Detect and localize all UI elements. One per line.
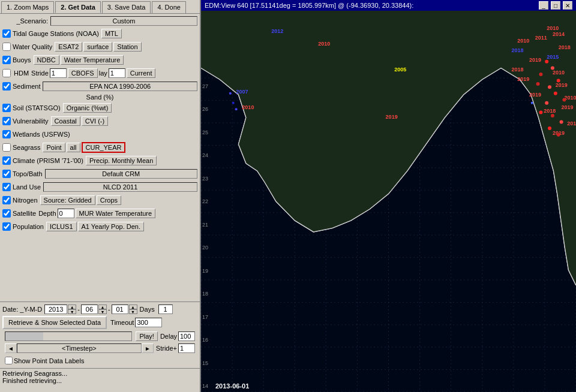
date-row: Date: _Y-M-D ▲ ▼ - ▲ ▼ - ▲ ▼ Days — [2, 304, 197, 314]
checkbox-buoys[interactable] — [2, 56, 11, 64]
label-tidal-gauge: Tidal Gauge Stations (NOAA) — [13, 30, 99, 37]
label-population: Population — [13, 223, 44, 230]
date-day-input[interactable] — [112, 304, 128, 314]
btn-station[interactable]: Station — [113, 42, 141, 52]
btn-crops[interactable]: Crops — [97, 195, 121, 205]
landuse-field: NLCD 2011 — [43, 182, 197, 192]
hdm-lay-label: lay — [99, 70, 107, 77]
tab-get-data[interactable]: 2. Get Data — [55, 1, 100, 13]
map-area[interactable]: 2013-06-01 — [201, 11, 576, 392]
map-canvas[interactable] — [201, 11, 576, 392]
tab-done[interactable]: 4. Done — [152, 1, 186, 13]
day-down-btn[interactable]: ▼ — [129, 309, 137, 314]
btn-mtl[interactable]: MTL — [101, 29, 122, 38]
month-spinner: ▲ ▼ — [98, 304, 107, 314]
row-soil: Soil (STATSGO) Organic (%wt) — [2, 102, 197, 114]
days-input[interactable] — [158, 304, 173, 314]
row-seagrass: Seagrass Point all CUR_YEAR — [2, 141, 197, 153]
checkbox-population[interactable] — [2, 222, 11, 231]
show-point-label: Show Point Data Labels — [14, 357, 84, 364]
month-up-btn[interactable]: ▲ — [98, 304, 107, 309]
tab-zoom-maps[interactable]: 1. Zoom Maps — [1, 1, 54, 13]
retrieve-row: Retrieve & Show Selected Data Timeout — [2, 316, 197, 329]
checkbox-water-quality[interactable] — [2, 43, 11, 51]
year-down-btn[interactable]: ▼ — [68, 309, 76, 314]
left-panel: 1. Zoom Maps 2. Get Data 3. Save Data 4.… — [0, 0, 201, 392]
checkbox-seagrass[interactable] — [2, 143, 11, 152]
btn-precip[interactable]: Precip. Monthly Mean — [86, 156, 157, 165]
date-section: Date: _Y-M-D ▲ ▼ - ▲ ▼ - ▲ ▼ Days Retrie… — [0, 301, 200, 368]
row-tidal-gauge: Tidal Gauge Stations (NOAA) MTL — [2, 28, 197, 40]
status-bar: Retrieving Seagrass... Finished retrievi… — [0, 368, 200, 392]
checkbox-topobath[interactable] — [2, 170, 11, 178]
days-label: Days — [140, 306, 155, 313]
btn-esat2[interactable]: ESAT2 — [55, 42, 82, 52]
timeout-input[interactable] — [135, 318, 162, 327]
month-down-btn[interactable]: ▼ — [98, 309, 107, 314]
next-timestep-btn[interactable]: ► — [142, 343, 154, 353]
label-soil: Soil (STATSGO) — [13, 104, 61, 111]
checkbox-landuse[interactable] — [2, 183, 11, 191]
satellite-depth-input[interactable] — [58, 209, 74, 218]
timestep-section: ◄ <Timestep> ► Stride+ — [2, 342, 197, 354]
btn-water-temp[interactable]: Water Temperature — [61, 55, 124, 65]
show-point-checkbox[interactable] — [5, 357, 13, 364]
retrieve-btn[interactable]: Retrieve & Show Selected Data — [2, 316, 107, 329]
map-title: EDM:View 640 [17.51141deg = 1805.997km] … — [205, 2, 413, 9]
hdm-lay-input[interactable] — [109, 68, 125, 78]
right-panel: EDM:View 640 [17.51141deg = 1805.997km] … — [201, 0, 576, 392]
date-month-input[interactable] — [81, 304, 98, 314]
btn-all[interactable]: all — [67, 143, 80, 152]
prev-timestep-btn[interactable]: ◄ — [5, 343, 17, 353]
map-maximize-btn[interactable]: □ — [551, 1, 560, 10]
btn-cur-year[interactable]: CUR_YEAR — [82, 142, 126, 153]
status-line1: Retrieving Seagrass... — [2, 370, 197, 377]
label-sediment: Sediment — [13, 83, 40, 90]
label-landuse: Land Use — [13, 183, 41, 191]
date-year-input[interactable] — [44, 304, 67, 314]
sediment-field: EPA NCA 1990-2006 — [43, 82, 197, 91]
show-point-row: Show Point Data Labels — [2, 355, 197, 366]
btn-surface[interactable]: surface — [83, 42, 112, 52]
satellite-depth-label: Depth — [38, 210, 56, 217]
btn-cvi[interactable]: CVI (-) — [82, 116, 108, 126]
btn-ndbc[interactable]: NDBC — [34, 55, 59, 65]
btn-iclus1[interactable]: ICLUS1 — [46, 222, 77, 231]
play-btn[interactable]: Play! — [136, 331, 157, 341]
delay-input[interactable] — [178, 331, 195, 341]
status-line2: Finished retrieving... — [2, 377, 197, 384]
btn-current[interactable]: Current — [127, 68, 156, 78]
hdm-stride-input[interactable] — [50, 68, 67, 78]
tab-save-data[interactable]: 3. Save Data — [102, 1, 151, 13]
map-minimize-btn[interactable]: _ — [539, 1, 548, 10]
stride-input[interactable] — [178, 343, 195, 353]
row-water-quality: Water Quality ESAT2 surface Station — [2, 41, 197, 53]
checkbox-wetlands[interactable] — [2, 130, 11, 138]
btn-point[interactable]: Point — [43, 143, 65, 152]
day-spinner: ▲ ▼ — [129, 304, 137, 314]
btn-coastal[interactable]: Coastal — [51, 116, 80, 126]
sand-label: Sand (%) — [86, 94, 114, 101]
row-landuse: Land Use NLCD 2011 — [2, 181, 197, 193]
btn-cbofs[interactable]: CBOFS — [68, 68, 98, 78]
checkbox-soil[interactable] — [2, 104, 11, 112]
checkbox-sediment[interactable] — [2, 82, 11, 91]
checkbox-satellite[interactable] — [2, 209, 11, 218]
checkbox-hdm[interactable] — [2, 69, 11, 77]
btn-a1-yearly[interactable]: A1 Yearly Pop. Den. — [78, 222, 144, 231]
stride-label: Stride+ — [156, 345, 177, 352]
btn-source-gridded[interactable]: Source: Gridded — [40, 195, 95, 205]
checkbox-nitrogen[interactable] — [2, 196, 11, 204]
day-up-btn[interactable]: ▲ — [129, 304, 137, 309]
timestep-label: <Timestep> — [17, 343, 142, 353]
btn-mur[interactable]: MUR Water Temperature — [76, 209, 156, 218]
label-seagrass: Seagrass — [13, 144, 40, 151]
checkbox-vulnerability[interactable] — [2, 117, 11, 125]
checkbox-tidal-gauge[interactable] — [2, 29, 11, 38]
row-climate: Climate (PRISM '71-'00) Precip. Monthly … — [2, 155, 197, 167]
map-close-btn[interactable]: ✕ — [563, 1, 572, 10]
btn-organic[interactable]: Organic (%wt) — [63, 103, 112, 113]
year-up-btn[interactable]: ▲ — [68, 304, 76, 309]
checkbox-climate[interactable] — [2, 156, 11, 165]
year-spinner: ▲ ▼ — [68, 304, 76, 314]
